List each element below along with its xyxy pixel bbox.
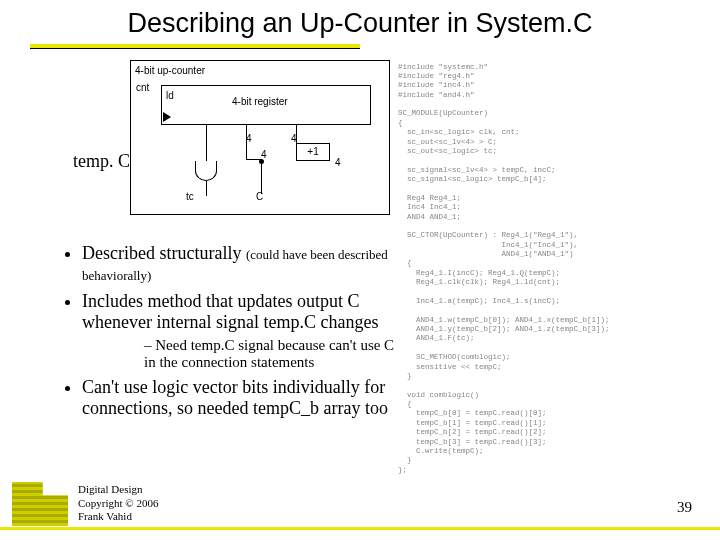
bullet-2-sub-1: Need temp.C signal because can't use C i…	[144, 337, 396, 371]
systemc-code: #include "systemc.h" #include "reg4.h" #…	[398, 63, 620, 483]
bullet-2-sublist: Need temp.C signal because can't use C i…	[104, 337, 396, 371]
tempc-label: temp. C	[73, 151, 130, 172]
wire	[261, 159, 262, 194]
tc-output-label: tc	[186, 191, 194, 202]
footer-line-2: Copyright © 2006	[78, 497, 158, 511]
footer-credits: Digital Design Copyright © 2006 Frank Va…	[78, 483, 158, 524]
footer-line-1: Digital Design	[78, 483, 158, 497]
cnt-label: cnt	[136, 82, 149, 93]
title-underline	[30, 44, 360, 49]
and-gate-icon	[195, 161, 217, 181]
footer-line-3: Frank Vahid	[78, 510, 158, 524]
wire-node	[259, 159, 264, 164]
incrementer-block: +1	[296, 143, 330, 161]
wire	[206, 125, 207, 161]
bullet-2: Includes method that updates output C wh…	[82, 291, 396, 371]
footer-bar	[0, 527, 720, 530]
diagram-caption: 4-bit up-counter	[135, 65, 205, 76]
slide-number: 39	[677, 499, 692, 516]
footer-logo-icon	[12, 482, 68, 526]
bus-width-4: 4	[335, 157, 341, 168]
bullet-1: Described structurally (could have been …	[82, 243, 396, 285]
slide-bullets: Described structurally (could have been …	[28, 243, 396, 425]
counter-diagram: 4-bit up-counter cnt ld 4-bit register t…	[130, 60, 390, 215]
bullet-2-text: Includes method that updates output C wh…	[82, 291, 378, 332]
reg-label: 4-bit register	[232, 96, 288, 107]
clock-triangle-icon	[163, 112, 171, 122]
wire	[246, 125, 247, 145]
wire	[296, 125, 297, 143]
wire	[246, 144, 247, 159]
bullet-3: Can't use logic vector bits individually…	[82, 377, 396, 419]
register-block: ld 4-bit register	[161, 85, 371, 125]
reg-ld-label: ld	[166, 90, 174, 101]
c-output-label: C	[256, 191, 263, 202]
bullet-1-main: Described structurally	[82, 243, 246, 263]
wire	[206, 181, 207, 196]
slide-title: Describing an Up-Counter in System.C	[0, 8, 720, 39]
